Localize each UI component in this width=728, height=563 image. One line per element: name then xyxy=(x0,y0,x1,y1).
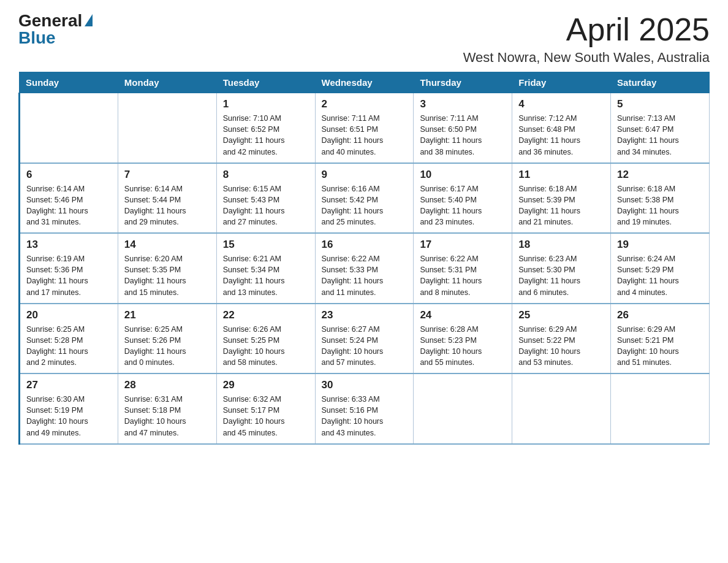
day-info: Sunrise: 6:25 AM Sunset: 5:26 PM Dayligh… xyxy=(124,324,210,369)
calendar-cell: 4Sunrise: 7:12 AM Sunset: 6:48 PM Daylig… xyxy=(512,93,611,163)
day-number: 11 xyxy=(518,169,604,181)
calendar-table: SundayMondayTuesdayWednesdayThursdayFrid… xyxy=(18,72,710,445)
day-info: Sunrise: 6:29 AM Sunset: 5:21 PM Dayligh… xyxy=(617,324,703,369)
calendar-cell: 22Sunrise: 6:26 AM Sunset: 5:25 PM Dayli… xyxy=(216,304,315,374)
calendar-cell: 8Sunrise: 6:15 AM Sunset: 5:43 PM Daylig… xyxy=(216,163,315,234)
day-number: 5 xyxy=(617,98,703,110)
calendar-cell: 20Sunrise: 6:25 AM Sunset: 5:28 PM Dayli… xyxy=(20,304,118,374)
day-info: Sunrise: 6:31 AM Sunset: 5:18 PM Dayligh… xyxy=(124,394,210,439)
day-number: 14 xyxy=(124,239,210,251)
calendar-cell: 19Sunrise: 6:24 AM Sunset: 5:29 PM Dayli… xyxy=(611,233,710,304)
logo-triangle-icon xyxy=(85,14,93,26)
calendar-cell xyxy=(512,373,611,444)
day-info: Sunrise: 6:21 AM Sunset: 5:34 PM Dayligh… xyxy=(223,253,309,298)
calendar-cell: 30Sunrise: 6:33 AM Sunset: 5:16 PM Dayli… xyxy=(315,373,414,444)
day-info: Sunrise: 6:27 AM Sunset: 5:24 PM Dayligh… xyxy=(322,324,408,369)
calendar-cell: 11Sunrise: 6:18 AM Sunset: 5:39 PM Dayli… xyxy=(512,163,611,234)
calendar-cell: 26Sunrise: 6:29 AM Sunset: 5:21 PM Dayli… xyxy=(611,304,710,374)
calendar-cell: 2Sunrise: 7:11 AM Sunset: 6:51 PM Daylig… xyxy=(315,93,414,163)
calendar-cell xyxy=(414,373,512,444)
day-info: Sunrise: 6:14 AM Sunset: 5:44 PM Dayligh… xyxy=(124,183,210,228)
day-number: 9 xyxy=(322,169,408,181)
calendar-day-header: Thursday xyxy=(414,72,512,93)
calendar-day-header: Friday xyxy=(512,72,611,93)
calendar-cell: 23Sunrise: 6:27 AM Sunset: 5:24 PM Dayli… xyxy=(315,304,414,374)
day-number: 27 xyxy=(26,379,112,391)
day-number: 29 xyxy=(223,379,309,391)
day-info: Sunrise: 6:20 AM Sunset: 5:35 PM Dayligh… xyxy=(124,253,210,298)
calendar-cell: 3Sunrise: 7:11 AM Sunset: 6:50 PM Daylig… xyxy=(414,93,512,163)
day-number: 6 xyxy=(26,169,112,181)
day-info: Sunrise: 6:15 AM Sunset: 5:43 PM Dayligh… xyxy=(223,183,309,228)
day-number: 21 xyxy=(124,309,210,321)
calendar-day-header: Tuesday xyxy=(216,72,315,93)
day-info: Sunrise: 6:16 AM Sunset: 5:42 PM Dayligh… xyxy=(322,183,408,228)
day-info: Sunrise: 6:22 AM Sunset: 5:33 PM Dayligh… xyxy=(322,253,408,298)
calendar-cell: 1Sunrise: 7:10 AM Sunset: 6:52 PM Daylig… xyxy=(216,93,315,163)
day-number: 15 xyxy=(223,239,309,251)
day-info: Sunrise: 6:28 AM Sunset: 5:23 PM Dayligh… xyxy=(420,324,506,369)
day-info: Sunrise: 6:25 AM Sunset: 5:28 PM Dayligh… xyxy=(26,324,112,369)
day-info: Sunrise: 7:11 AM Sunset: 6:50 PM Dayligh… xyxy=(420,113,506,158)
day-info: Sunrise: 6:30 AM Sunset: 5:19 PM Dayligh… xyxy=(26,394,112,439)
day-info: Sunrise: 6:26 AM Sunset: 5:25 PM Dayligh… xyxy=(223,324,309,369)
calendar-cell: 27Sunrise: 6:30 AM Sunset: 5:19 PM Dayli… xyxy=(20,373,118,444)
calendar-week-row: 13Sunrise: 6:19 AM Sunset: 5:36 PM Dayli… xyxy=(20,233,710,304)
calendar-cell: 16Sunrise: 6:22 AM Sunset: 5:33 PM Dayli… xyxy=(315,233,414,304)
day-info: Sunrise: 7:10 AM Sunset: 6:52 PM Dayligh… xyxy=(223,113,309,158)
logo-general-text: General xyxy=(18,12,94,29)
calendar-cell: 12Sunrise: 6:18 AM Sunset: 5:38 PM Dayli… xyxy=(611,163,710,234)
day-number: 3 xyxy=(420,98,506,110)
calendar-cell xyxy=(20,93,118,163)
day-number: 30 xyxy=(322,379,408,391)
day-info: Sunrise: 7:13 AM Sunset: 6:47 PM Dayligh… xyxy=(617,113,703,158)
calendar-cell: 24Sunrise: 6:28 AM Sunset: 5:23 PM Dayli… xyxy=(414,304,512,374)
logo: General Blue xyxy=(18,12,94,47)
calendar-cell: 25Sunrise: 6:29 AM Sunset: 5:22 PM Dayli… xyxy=(512,304,611,374)
calendar-cell: 5Sunrise: 7:13 AM Sunset: 6:47 PM Daylig… xyxy=(611,93,710,163)
calendar-title: April 2025 xyxy=(463,12,710,47)
day-number: 25 xyxy=(518,309,604,321)
day-number: 1 xyxy=(223,98,309,110)
day-number: 4 xyxy=(518,98,604,110)
page-header: General Blue April 2025 West Nowra, New … xyxy=(18,12,710,66)
calendar-day-header: Monday xyxy=(118,72,216,93)
day-number: 7 xyxy=(124,169,210,181)
calendar-cell: 10Sunrise: 6:17 AM Sunset: 5:40 PM Dayli… xyxy=(414,163,512,234)
calendar-day-header: Sunday xyxy=(20,72,118,93)
calendar-day-header: Saturday xyxy=(611,72,710,93)
day-number: 13 xyxy=(26,239,112,251)
calendar-week-row: 27Sunrise: 6:30 AM Sunset: 5:19 PM Dayli… xyxy=(20,373,710,444)
calendar-week-row: 1Sunrise: 7:10 AM Sunset: 6:52 PM Daylig… xyxy=(20,93,710,163)
day-number: 20 xyxy=(26,309,112,321)
day-info: Sunrise: 6:33 AM Sunset: 5:16 PM Dayligh… xyxy=(322,394,408,439)
day-number: 18 xyxy=(518,239,604,251)
day-info: Sunrise: 6:29 AM Sunset: 5:22 PM Dayligh… xyxy=(518,324,604,369)
day-info: Sunrise: 6:17 AM Sunset: 5:40 PM Dayligh… xyxy=(420,183,506,228)
day-number: 16 xyxy=(322,239,408,251)
logo-blue-text: Blue xyxy=(18,29,56,47)
day-info: Sunrise: 6:24 AM Sunset: 5:29 PM Dayligh… xyxy=(617,253,703,298)
calendar-day-header: Wednesday xyxy=(315,72,414,93)
calendar-cell: 7Sunrise: 6:14 AM Sunset: 5:44 PM Daylig… xyxy=(118,163,216,234)
day-info: Sunrise: 7:11 AM Sunset: 6:51 PM Dayligh… xyxy=(322,113,408,158)
day-info: Sunrise: 6:19 AM Sunset: 5:36 PM Dayligh… xyxy=(26,253,112,298)
calendar-cell xyxy=(611,373,710,444)
calendar-cell: 15Sunrise: 6:21 AM Sunset: 5:34 PM Dayli… xyxy=(216,233,315,304)
title-block: April 2025 West Nowra, New South Wales, … xyxy=(463,12,710,66)
day-info: Sunrise: 6:18 AM Sunset: 5:38 PM Dayligh… xyxy=(617,183,703,228)
calendar-cell: 14Sunrise: 6:20 AM Sunset: 5:35 PM Dayli… xyxy=(118,233,216,304)
calendar-week-row: 6Sunrise: 6:14 AM Sunset: 5:46 PM Daylig… xyxy=(20,163,710,234)
day-info: Sunrise: 6:32 AM Sunset: 5:17 PM Dayligh… xyxy=(223,394,309,439)
day-number: 2 xyxy=(322,98,408,110)
day-number: 28 xyxy=(124,379,210,391)
calendar-week-row: 20Sunrise: 6:25 AM Sunset: 5:28 PM Dayli… xyxy=(20,304,710,374)
day-number: 22 xyxy=(223,309,309,321)
calendar-cell: 6Sunrise: 6:14 AM Sunset: 5:46 PM Daylig… xyxy=(20,163,118,234)
day-number: 26 xyxy=(617,309,703,321)
day-number: 8 xyxy=(223,169,309,181)
day-info: Sunrise: 6:23 AM Sunset: 5:30 PM Dayligh… xyxy=(518,253,604,298)
day-info: Sunrise: 6:14 AM Sunset: 5:46 PM Dayligh… xyxy=(26,183,112,228)
calendar-cell: 17Sunrise: 6:22 AM Sunset: 5:31 PM Dayli… xyxy=(414,233,512,304)
day-info: Sunrise: 6:22 AM Sunset: 5:31 PM Dayligh… xyxy=(420,253,506,298)
